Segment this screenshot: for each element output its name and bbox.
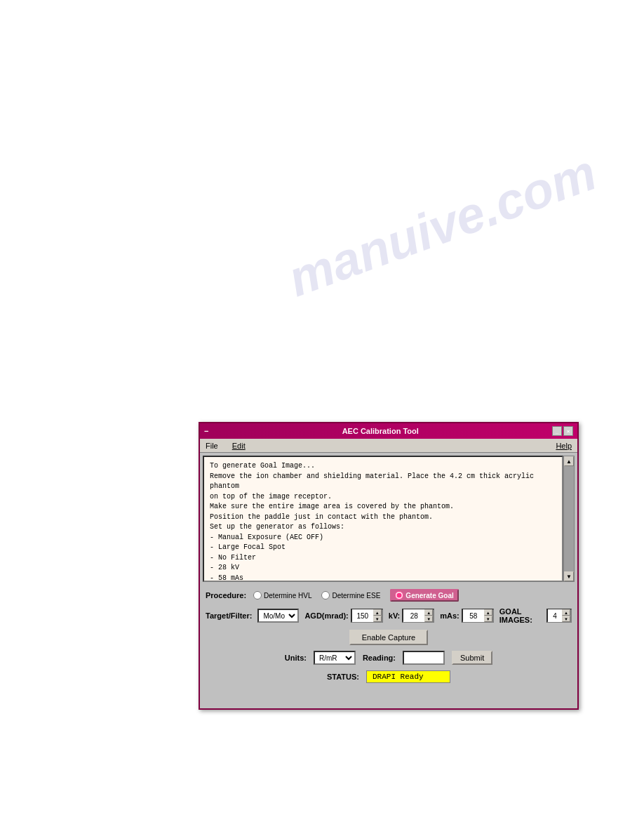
goal-images-spinner[interactable]: ▲ ▼ xyxy=(546,609,572,623)
status-label: STATUS: xyxy=(327,673,359,681)
text-content-area: To generate Goal Image... Remove the ion… xyxy=(203,456,563,582)
goal-images-spinner-buttons: ▲ ▼ xyxy=(562,609,570,622)
agd-down[interactable]: ▼ xyxy=(373,616,382,622)
units-select[interactable]: R/mR mGy mR xyxy=(314,651,356,665)
agd-group: AGD(mrad): ▲ ▼ xyxy=(304,609,382,623)
goal-images-group: GOAL IMAGES: ▲ ▼ xyxy=(499,607,572,624)
text-line-4: Make sure the entire image area is cover… xyxy=(210,502,556,512)
target-row: Target/Filter: Mo/Mo Mo/Rh Rh/Rh W/Rh AG… xyxy=(206,607,572,624)
goal-images-input[interactable] xyxy=(548,609,562,622)
radio-goal-input[interactable] xyxy=(395,591,403,600)
radio-hvl-input[interactable] xyxy=(253,591,262,600)
watermark: manuive.com xyxy=(281,143,603,307)
mas-label: mAs: xyxy=(440,611,459,620)
procedure-radio-group: Determine HVL Determine ESE Generate Goa… xyxy=(253,589,459,602)
agd-input[interactable] xyxy=(352,609,373,622)
text-line-2: Remove the ion chamber and shielding mat… xyxy=(210,472,556,492)
goal-images-down[interactable]: ▼ xyxy=(562,616,570,622)
text-line-3: on top of the image receptor. xyxy=(210,492,556,503)
kv-group: kV: ▲ ▼ xyxy=(389,609,435,623)
scrollbar-down-btn[interactable]: ▼ xyxy=(564,571,574,581)
text-line-10: - 28 kV xyxy=(210,563,556,574)
agd-label: AGD(mrad): xyxy=(304,611,348,620)
title-bar-minus[interactable]: − xyxy=(204,427,208,435)
kv-spinner-buttons: ▲ ▼ xyxy=(424,609,433,622)
mas-up[interactable]: ▲ xyxy=(484,609,492,616)
text-line-11: - 58 mAs xyxy=(210,574,556,583)
text-line-7: - Manual Exposure (AEC OFF) xyxy=(210,533,556,543)
status-row: STATUS: DRAPI Ready xyxy=(206,670,572,683)
title-bar-controls: _ × xyxy=(552,426,573,436)
enable-capture-button[interactable]: Enable Capture xyxy=(349,630,428,645)
units-label: Units: xyxy=(285,654,307,662)
radio-goal-label: Generate Goal xyxy=(405,592,453,600)
target-filter-label: Target/Filter: xyxy=(206,611,252,620)
kv-input[interactable] xyxy=(403,609,424,622)
kv-spinner[interactable]: ▲ ▼ xyxy=(402,609,434,623)
radio-ese[interactable]: Determine ESE xyxy=(321,591,380,600)
mas-spinner-buttons: ▲ ▼ xyxy=(484,609,492,622)
radio-hvl-label: Determine HVL xyxy=(264,592,311,600)
text-content-wrapper: To generate Goal Image... Remove the ion… xyxy=(203,456,575,582)
scrollbar-track xyxy=(564,466,574,571)
agd-up[interactable]: ▲ xyxy=(373,609,382,616)
kv-up[interactable]: ▲ xyxy=(424,609,433,616)
text-line-6: Set up the generator as follows: xyxy=(210,522,556,533)
kv-label: kV: xyxy=(389,611,401,620)
radio-generate-goal[interactable]: Generate Goal xyxy=(390,589,458,602)
mas-down[interactable]: ▼ xyxy=(484,616,492,622)
target-filter-select[interactable]: Mo/Mo Mo/Rh Rh/Rh W/Rh xyxy=(257,609,299,623)
text-line-5: Position the paddle just in contact with… xyxy=(210,512,556,523)
close-button[interactable]: × xyxy=(563,426,573,436)
scrollbar-up-btn[interactable]: ▲ xyxy=(564,456,574,466)
text-line-9: - No Filter xyxy=(210,553,556,564)
menu-file[interactable]: File xyxy=(203,441,221,451)
procedure-label: Procedure: xyxy=(206,591,246,600)
units-row: Units: R/mR mGy mR Reading: Submit xyxy=(206,651,572,665)
enable-capture-row: Enable Capture xyxy=(206,630,572,645)
radio-hvl[interactable]: Determine HVL xyxy=(253,591,311,600)
mas-spinner[interactable]: ▲ ▼ xyxy=(462,609,494,623)
goal-images-label: GOAL IMAGES: xyxy=(499,607,544,624)
reading-input[interactable] xyxy=(403,651,445,665)
menu-edit[interactable]: Edit xyxy=(229,441,248,451)
aec-calibration-window: − AEC Calibration Tool _ × File Edit Hel… xyxy=(199,422,579,710)
title-bar: − AEC Calibration Tool _ × xyxy=(200,423,577,439)
minimize-button[interactable]: _ xyxy=(552,426,562,436)
status-value: DRAPI Ready xyxy=(366,670,450,683)
radio-ese-label: Determine ESE xyxy=(332,592,380,600)
menu-bar: File Edit Help xyxy=(200,439,577,453)
scrollbar[interactable]: ▲ ▼ xyxy=(563,456,575,582)
menu-bar-left: File Edit xyxy=(203,441,248,451)
menu-help[interactable]: Help xyxy=(553,441,575,451)
procedure-row: Procedure: Determine HVL Determine ESE G… xyxy=(206,589,572,602)
mas-input[interactable] xyxy=(463,609,484,622)
agd-spinner[interactable]: ▲ ▼ xyxy=(351,609,383,623)
text-line-8: - Large Focal Spot xyxy=(210,543,556,553)
window-title: AEC Calibration Tool xyxy=(342,427,419,435)
mas-group: mAs: ▲ ▼ xyxy=(440,609,494,623)
agd-spinner-buttons: ▲ ▼ xyxy=(373,609,382,622)
goal-images-up[interactable]: ▲ xyxy=(562,609,570,616)
text-line-1: To generate Goal Image... xyxy=(210,461,556,472)
reading-label: Reading: xyxy=(363,654,396,662)
controls-area: Procedure: Determine HVL Determine ESE G… xyxy=(200,585,577,687)
radio-ese-input[interactable] xyxy=(321,591,330,600)
submit-button[interactable]: Submit xyxy=(452,651,492,665)
kv-down[interactable]: ▼ xyxy=(424,616,433,622)
